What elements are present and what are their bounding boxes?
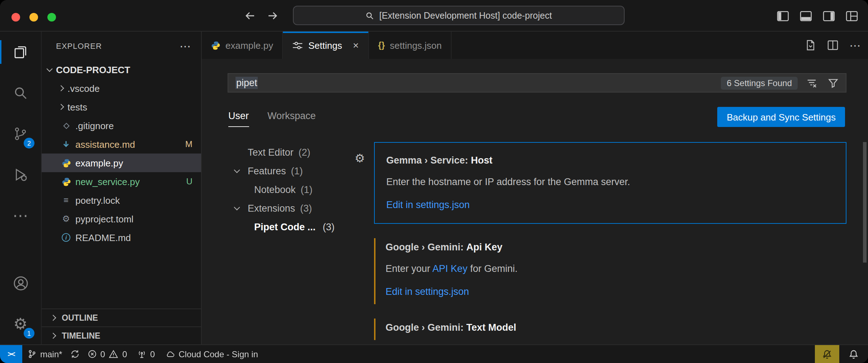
explorer-more-actions-icon[interactable]: ⋯: [179, 39, 191, 53]
toggle-secondary-sidebar-icon[interactable]: [823, 10, 835, 21]
tab-settings-json[interactable]: {} settings.json: [369, 32, 452, 59]
timeline-label: TIMELINE: [62, 331, 100, 340]
toc-features[interactable]: Features (1): [202, 161, 374, 180]
file-label: README.md: [75, 232, 131, 243]
bell-slash-icon: [822, 349, 832, 359]
cloud-code-item[interactable]: Cloud Code - Sign in: [160, 345, 263, 363]
maximize-window-button[interactable]: [47, 13, 56, 22]
manage-settings-button[interactable]: ⚙ 1: [0, 303, 41, 344]
file-row-assistance-md[interactable]: assistance.md M: [42, 135, 201, 154]
folder-label: tests: [67, 102, 87, 112]
file-label: example.py: [75, 157, 123, 168]
ports-item[interactable]: 0: [132, 345, 160, 363]
chevron-down-icon: [234, 167, 240, 173]
cloud-code-label: Cloud Code - Sign in: [179, 349, 258, 359]
tab-example-py[interactable]: example.py: [202, 32, 283, 59]
settings-list: ⚙ Gemma › Service: Host Enter the hostna…: [374, 142, 846, 344]
ports-count: 0: [150, 349, 155, 359]
vscode-window: [Extension Development Host] code-projec…: [0, 0, 868, 363]
file-row-readme-md[interactable]: i README.md: [42, 228, 201, 247]
file-row-new-service-py[interactable]: new_service.py U: [42, 172, 201, 191]
python-file-icon: [61, 177, 71, 186]
settings-search-input[interactable]: pipet 6 Settings Found: [228, 73, 846, 93]
git-branch-item[interactable]: main*: [22, 345, 67, 363]
file-row-example-py[interactable]: example.py: [42, 154, 201, 172]
scope-tab-workspace[interactable]: Workspace: [267, 110, 316, 127]
setting-google-gemini-api-key[interactable]: Google › Gemini: Api Key Enter your API …: [374, 234, 846, 314]
close-tab-icon[interactable]: ×: [353, 39, 359, 51]
setting-google-gemini-text-model[interactable]: Google › Gemini: Text Model: [374, 314, 846, 344]
split-editor-icon[interactable]: [827, 39, 839, 51]
remote-indicator[interactable]: ><: [0, 345, 22, 363]
settings-badge: 1: [24, 328, 34, 339]
file-row-poetry-lock[interactable]: ≡ poetry.lock: [42, 191, 201, 209]
toc-text-editor[interactable]: Text Editor (2): [202, 143, 374, 161]
warning-count: 0: [122, 349, 127, 359]
activity-bar: 2 ⋯ ⚙ 1: [0, 32, 42, 344]
folder-row-tests[interactable]: tests: [42, 98, 201, 116]
activity-more-views-button[interactable]: ⋯: [0, 195, 41, 236]
open-settings-json-icon[interactable]: [805, 39, 816, 51]
navigate-back-icon[interactable]: [244, 10, 256, 22]
setting-gemma-service-host[interactable]: Gemma › Service: Host Enter the hostname…: [374, 142, 846, 224]
close-window-button[interactable]: [11, 13, 20, 22]
toggle-panel-icon[interactable]: [800, 10, 812, 21]
gitignore-file-icon: [61, 122, 71, 129]
settings-scrollbar[interactable]: [863, 142, 867, 263]
activity-source-control-button[interactable]: 2: [0, 113, 41, 154]
outline-section-header[interactable]: OUTLINE: [42, 308, 201, 326]
api-key-link[interactable]: API Key: [433, 263, 468, 274]
notifications-item[interactable]: [839, 345, 868, 363]
explorer-sidebar: EXPLORER ⋯ CODE-PROJECT .vscode tests .g…: [42, 32, 202, 344]
activity-search-button[interactable]: [0, 72, 41, 113]
clear-search-filters-icon[interactable]: [803, 77, 819, 88]
scope-tab-user[interactable]: User: [228, 110, 249, 127]
editor-area: example.py Settings × {} settings.json: [202, 32, 868, 344]
file-label: pyproject.toml: [75, 213, 134, 224]
backup-sync-settings-button[interactable]: Backup and Sync Settings: [717, 107, 845, 127]
python-file-icon: [61, 158, 71, 168]
problems-item[interactable]: 0 0: [82, 345, 132, 363]
branch-name: main*: [40, 349, 62, 359]
sync-icon: [70, 349, 79, 359]
minimize-window-button[interactable]: [29, 13, 38, 22]
search-icon: [12, 85, 29, 101]
accounts-button[interactable]: [0, 263, 41, 303]
info-file-icon: i: [61, 233, 71, 242]
file-row-gitignore[interactable]: .gitignore: [42, 116, 201, 135]
chevron-down-icon: [47, 66, 53, 72]
setting-category: Google › Gemini:: [386, 242, 464, 253]
activity-run-debug-button[interactable]: [0, 154, 41, 195]
sync-changes-item[interactable]: [67, 345, 82, 363]
explorer-root-folder[interactable]: CODE-PROJECT: [42, 60, 201, 79]
setting-name: Api Key: [466, 242, 503, 253]
toc-extensions[interactable]: Extensions (3): [202, 199, 374, 217]
edit-in-settings-json-link[interactable]: Edit in settings.json: [386, 199, 834, 212]
toc-notebook[interactable]: Notebook (1): [202, 180, 374, 199]
file-row-pyproject-toml[interactable]: ⚙ pyproject.toml: [42, 209, 201, 228]
tab-bar: example.py Settings × {} settings.json: [202, 32, 868, 59]
customize-layout-icon[interactable]: [846, 10, 858, 21]
folder-row-vscode[interactable]: .vscode: [42, 79, 201, 98]
folder-label: .vscode: [67, 83, 100, 94]
filter-settings-icon[interactable]: [825, 77, 841, 88]
edit-in-settings-json-link[interactable]: Edit in settings.json: [386, 286, 835, 298]
lock-file-icon: ≡: [61, 195, 71, 205]
timeline-section-header[interactable]: TIMELINE: [42, 326, 201, 344]
toc-pipet-code[interactable]: Pipet Code ... (3): [202, 217, 374, 236]
do-not-disturb-item[interactable]: [815, 345, 839, 363]
settings-search-value: pipet: [235, 77, 258, 89]
tab-settings[interactable]: Settings ×: [283, 32, 369, 59]
command-center[interactable]: [Extension Development Host] code-projec…: [293, 6, 625, 25]
settings-toc: Text Editor (2) Features (1) Notebook (1…: [202, 143, 374, 236]
setting-actions-gear-icon[interactable]: ⚙: [355, 153, 365, 164]
file-label: .gitignore: [75, 120, 114, 131]
toggle-primary-sidebar-icon[interactable]: [777, 10, 789, 21]
editor-more-actions-icon[interactable]: ⋯: [849, 38, 861, 52]
navigate-forward-icon[interactable]: [267, 10, 279, 22]
activity-explorer-button[interactable]: [0, 32, 41, 72]
markdown-file-icon: [61, 140, 71, 148]
python-file-icon: [211, 41, 220, 50]
toml-file-icon: ⚙: [61, 214, 71, 224]
chevron-right-icon: [58, 85, 64, 91]
